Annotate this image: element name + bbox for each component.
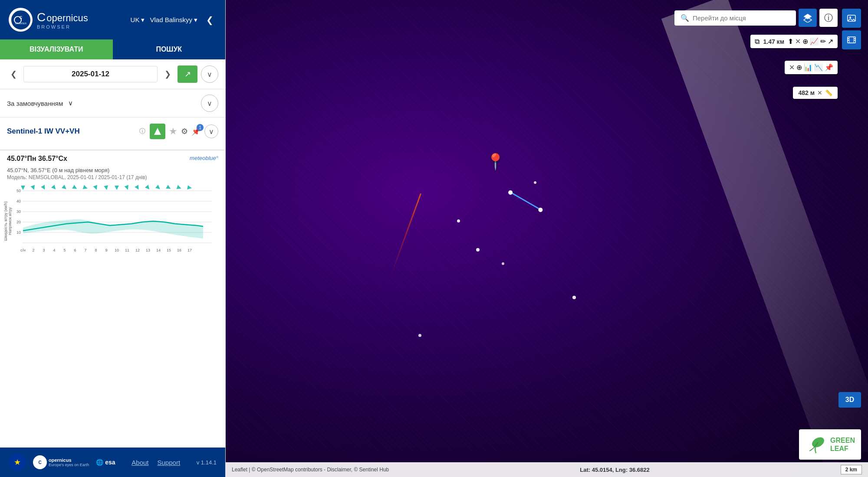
svg-marker-37 — [41, 185, 47, 191]
copy-icon[interactable]: ⧉ — [755, 38, 760, 46]
copernicus-logo-circle: C BROWSER — [9, 8, 33, 32]
date-prev-button[interactable]: ❮ — [7, 68, 20, 81]
svg-rect-57 — [848, 38, 849, 39]
lang-button[interactable]: UK ▾ — [131, 16, 145, 24]
svg-marker-4 — [154, 128, 161, 135]
filter-chevron-icon: ∨ — [68, 99, 73, 107]
svg-text:11: 11 — [125, 248, 129, 252]
greenleaf-text: GREEN LEAF — [830, 436, 855, 453]
svg-text:3: 3 — [43, 248, 45, 252]
svg-marker-52 — [804, 14, 812, 19]
svg-marker-41 — [83, 185, 89, 191]
filter-label: За замовчуванням — [7, 100, 63, 107]
greenleaf-icon — [805, 434, 827, 455]
svg-marker-36 — [31, 185, 36, 191]
sentinel-info-icon[interactable]: ⓘ — [139, 127, 145, 135]
map-area[interactable]: 📍 🔍 ⓘ — [226, 0, 868, 477]
3d-button[interactable]: 3D — [838, 392, 861, 408]
svg-text:Напрямок вітру: Напрямок вітру — [8, 207, 12, 235]
weather-header: 45.07°Пн 36.57°Сх meteoblue° — [0, 150, 225, 167]
svg-text:40: 40 — [16, 199, 21, 203]
svg-marker-47 — [145, 185, 151, 191]
sidebar: C BROWSER C opernicus BROWSER UK ▾ — [0, 0, 226, 477]
footer-esa-logo: 🌐 esa — [96, 459, 115, 466]
svg-text:10: 10 — [115, 248, 119, 252]
settings-button[interactable]: ⚙ — [181, 127, 188, 136]
svg-marker-35 — [21, 186, 25, 190]
meteoblue-brand: meteoblue° — [190, 155, 218, 161]
image-button[interactable] — [842, 9, 861, 28]
map-search-input[interactable] — [693, 14, 790, 22]
svg-text:50: 50 — [16, 189, 21, 193]
filter-dropdown[interactable]: За замовчуванням ∨ — [7, 99, 197, 107]
close-measure-icon[interactable]: ✕ — [795, 37, 801, 46]
svg-marker-40 — [72, 185, 78, 191]
chart-icon[interactable]: 📈 — [810, 37, 819, 46]
share-button[interactable]: ↗ — [178, 65, 197, 83]
pin-button[interactable]: 📌 1 — [191, 127, 201, 136]
svg-marker-44 — [115, 186, 119, 190]
svg-text:12: 12 — [135, 248, 140, 252]
header-right: UK ▾ Vlad Balinskyy ▾ ❮ — [131, 13, 217, 27]
map-pin: 📍 — [486, 153, 505, 171]
filter-row: За замовчуванням ∨ ∨ — [0, 89, 225, 118]
svg-marker-48 — [155, 185, 161, 191]
svg-marker-50 — [177, 185, 182, 191]
ruler-icon[interactable]: 📏 — [825, 89, 832, 96]
expand-icon[interactable]: ↗ — [828, 37, 833, 46]
tab-search[interactable]: ПОШУК — [113, 39, 226, 59]
map-dot-3 — [457, 219, 460, 222]
pin-icon-2[interactable]: 📌 — [825, 63, 833, 72]
about-link[interactable]: About — [132, 459, 148, 466]
tab-visualize[interactable]: ВІЗУАЛІЗУВАТИ — [0, 39, 113, 59]
map-scale: 2 km — [841, 465, 862, 474]
nav-tabs: ВІЗУАЛІЗУВАТИ ПОШУК — [0, 39, 225, 59]
line-chart-icon[interactable]: 📉 — [814, 63, 823, 72]
svg-marker-45 — [125, 185, 130, 191]
logo-main-text: opernicus — [46, 13, 88, 24]
film-button[interactable] — [842, 30, 861, 49]
map-coordinates: Lat: 45.0154, Lng: 36.6822 — [580, 467, 649, 473]
footer-links: About Support — [132, 459, 180, 466]
crosshair-icon-2[interactable]: ⊕ — [796, 63, 802, 72]
version-label: v 1.14.1 — [197, 459, 217, 466]
edit-icon[interactable]: ✏ — [820, 37, 826, 46]
sidebar-header: C BROWSER C opernicus BROWSER UK ▾ — [0, 0, 225, 39]
crosshair-icon[interactable]: ⊕ — [802, 37, 808, 46]
spectrum-icon[interactable]: 📊 — [804, 63, 812, 72]
logo-sub-text: BROWSER — [37, 24, 88, 29]
measure-toolbar-2: ✕ ⊕ 📊 📉 📌 — [785, 61, 838, 74]
svg-text:16: 16 — [177, 248, 181, 252]
favorite-button[interactable]: ★ — [169, 126, 178, 137]
map-layers-button[interactable] — [799, 9, 817, 27]
svg-rect-58 — [848, 40, 849, 41]
support-link[interactable]: Support — [158, 459, 181, 466]
collapse-sidebar-button[interactable]: ❮ — [203, 13, 217, 27]
map-bottom-bar: Leaflet | © OpenStreetMap contributors -… — [226, 462, 868, 477]
eu-logo: ★ — [9, 454, 26, 471]
dist-badge: 482 м ✕ 📏 — [793, 87, 838, 99]
map-attribution: Leaflet | © OpenStreetMap contributors -… — [232, 467, 389, 473]
greenleaf-logo: GREEN LEAF — [799, 429, 861, 460]
svg-marker-49 — [166, 185, 172, 191]
svg-text:17: 17 — [187, 248, 192, 252]
close-dist-icon[interactable]: ✕ — [817, 89, 822, 96]
upload-icon[interactable]: ⬆ — [788, 37, 793, 46]
weather-section: 45.07°Пн 36.57°Сх meteoblue° 45.07°N, 36… — [0, 150, 225, 182]
weather-coords: 45.07°N, 36.57°E (0 м над рівнем моря) М… — [0, 167, 225, 182]
sentinel-expand-button[interactable]: ∨ — [204, 124, 218, 138]
svg-point-55 — [849, 16, 851, 18]
visualization-button[interactable] — [150, 124, 165, 139]
svg-marker-46 — [135, 185, 141, 191]
date-next-button[interactable]: ❯ — [161, 68, 174, 81]
close-icon-2[interactable]: ✕ — [789, 63, 795, 72]
filter-expand-button[interactable]: ∨ — [201, 95, 218, 112]
svg-marker-38 — [51, 185, 57, 191]
date-expand-button[interactable]: ∨ — [201, 65, 218, 83]
svg-text:Швидкість вітру (км/h): Швидкість вітру (км/h) — [3, 201, 8, 241]
map-info-button[interactable]: ⓘ — [819, 9, 838, 27]
measure-distance-label: 1.47 км — [763, 38, 784, 45]
user-button[interactable]: Vlad Balinskyy ▾ — [150, 16, 197, 24]
sidebar-footer: ★ C opernicus Europe's eyes on Earth 🌐 e… — [0, 448, 225, 477]
sentinel-title: Sentinel-1 IW VV+VH — [7, 127, 135, 136]
